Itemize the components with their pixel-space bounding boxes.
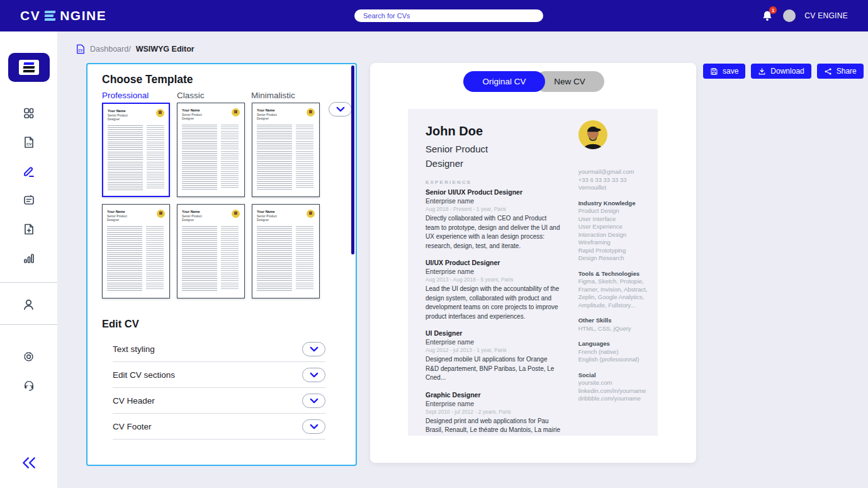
edit-row-label: CV Header <box>113 396 155 406</box>
experience-entry: Graphic DesignerEnterprise nameSept 2010… <box>426 391 562 436</box>
experience-entry: UI DesignerEnterprise nameAug 2012 - jul… <box>426 329 562 383</box>
sidebar-item-support[interactable] <box>21 378 37 393</box>
skills-section-title: Industry Knowledge <box>578 200 648 208</box>
cv-sheet: John Doe Senior ProductDesigner EXPERIEN… <box>408 109 658 436</box>
template-thumbnail[interactable]: Your NameSenior Product Designer <box>252 103 320 197</box>
sidebar-item-dashboard[interactable] <box>21 106 37 121</box>
panel-scrollbar[interactable] <box>351 65 354 254</box>
download-button[interactable]: Download <box>751 64 811 79</box>
svg-text:CV: CV <box>26 142 31 146</box>
expand-section-button[interactable] <box>302 394 325 408</box>
top-navbar: CVNGINE 1 CV ENGINE <box>0 0 868 31</box>
cv-photo-avatar <box>578 120 607 149</box>
svg-text:CV: CV <box>79 49 83 52</box>
experience-company: Enterprise name <box>426 268 562 276</box>
sidebar-item-analytics[interactable] <box>21 251 37 266</box>
notification-badge: 1 <box>769 6 777 14</box>
template-thumbnail[interactable]: Your NameSenior Product Designer <box>102 204 170 298</box>
experience-dates: Aug 2012 - jul 2013 - 1 year, Paris <box>426 347 562 354</box>
sidebar-item-new-cv[interactable] <box>21 222 37 237</box>
sidebar-collapse-button[interactable] <box>0 457 57 469</box>
sidebar-divider <box>0 324 57 325</box>
template-thumbnails: Your NameSenior Product DesignerYour Nam… <box>102 103 322 298</box>
headset-support-icon <box>22 378 36 392</box>
notifications-bell-icon[interactable]: 1 <box>760 9 774 23</box>
cv-contact-block: yourmail@gmail.com+33 6 33 33 33 33Verno… <box>578 168 648 192</box>
thumbnail-name: Your Name <box>182 210 203 213</box>
cv-file-icon: CV <box>76 44 85 54</box>
experience-role: UI Designer <box>426 329 562 338</box>
toggle-new-cv[interactable]: New CV <box>535 71 604 92</box>
sidebar-item-settings[interactable] <box>21 349 37 364</box>
thumbnail-name: Your Name <box>107 210 128 213</box>
breadcrumb: CV Dashboard/ WSIWYG Editor <box>76 44 194 54</box>
thumbnail-avatar <box>232 210 240 218</box>
template-tab-classic[interactable]: Classic <box>177 91 251 100</box>
sidebar-divider <box>0 282 57 283</box>
app-logo[interactable]: CVNGINE <box>20 8 106 23</box>
skills-line: Product Design <box>578 207 648 215</box>
skills-section-title: Other Skills <box>578 317 648 325</box>
experience-entry: Senior UI/UX Product DesignerEnterprise … <box>426 188 562 251</box>
sidebar-item-profile[interactable] <box>21 297 37 312</box>
experience-company: Enterprise name <box>426 400 562 408</box>
edit-cv-title: Edit CV <box>102 318 139 330</box>
template-tab-professional[interactable]: Professional <box>102 91 177 100</box>
expand-section-button[interactable] <box>302 419 325 434</box>
thumbnail-title: Senior Product Designer <box>182 113 203 122</box>
edit-row-cv-header[interactable]: CV Header <box>113 388 325 414</box>
template-thumbnail[interactable]: Your NameSenior Product Designer <box>177 103 245 197</box>
template-thumbnail[interactable]: Your NameSenior Product Designer <box>252 204 320 298</box>
edit-row-edit-cv-sections[interactable]: Edit CV sections <box>113 362 325 388</box>
experience-role: UI/UX Product Designer <box>426 259 562 267</box>
experience-description: Directly collaborated with CEO and Produ… <box>426 214 562 251</box>
expand-section-button[interactable] <box>302 368 325 382</box>
template-editor-panel: Choose Template ProfessionalClassicMinim… <box>86 63 357 466</box>
breadcrumb-section[interactable]: Dashboard/ <box>90 45 131 54</box>
choose-template-title: Choose Template <box>102 73 193 86</box>
share-button[interactable]: Share <box>817 64 864 79</box>
search-input[interactable] <box>354 9 543 22</box>
sidebar-item-cv-documents[interactable]: CV <box>21 135 37 150</box>
experience-company: Enterprise name <box>426 338 562 346</box>
expand-section-button[interactable] <box>302 342 325 356</box>
skills-line: Rapid Prototyping <box>578 247 648 255</box>
experience-description: Designed print and web applications for … <box>426 417 562 436</box>
sidebar-item-notes[interactable] <box>21 193 37 208</box>
edit-row-label: Text styling <box>113 344 155 354</box>
edit-cv-rows: Text stylingEdit CV sectionsCV HeaderCV … <box>113 336 325 440</box>
breadcrumb-page: WSIWYG Editor <box>136 45 194 54</box>
edit-row-cv-footer[interactable]: CV Footer <box>113 414 325 440</box>
experience-section-label: EXPERIENCE <box>426 179 562 185</box>
thumbnail-title: Senior Product Designer <box>182 215 203 223</box>
template-thumbnail[interactable]: Your NameSenior Product Designer <box>102 103 170 197</box>
cv-job-title: Senior ProductDesigner <box>426 142 562 171</box>
template-tab-minimalistic[interactable]: Minimalistic <box>251 91 295 100</box>
edit-row-text-styling[interactable]: Text styling <box>113 336 325 362</box>
skills-line: User Experience <box>578 223 648 231</box>
logo-e-icon <box>45 11 55 21</box>
top-actions: saveDownloadShare <box>703 64 864 79</box>
template-thumbnail[interactable]: Your NameSenior Product Designer <box>177 204 245 298</box>
experience-role: Senior UI/UX Product Designer <box>426 188 562 196</box>
skills-section-title: Tools & Technologies <box>578 270 648 278</box>
thumbnail-avatar <box>157 210 165 218</box>
sidebar-item-editor[interactable] <box>21 164 37 179</box>
skills-line: yoursite.com <box>578 379 648 387</box>
logo-text-cv: CV <box>20 8 40 23</box>
chevron-down-icon <box>310 372 318 378</box>
skills-line: HTML, CSS, jQuery <box>578 325 648 333</box>
skills-line: Wireframing <box>578 239 648 247</box>
template-collapse-button[interactable] <box>329 102 352 116</box>
toggle-original-cv[interactable]: Original CV <box>463 71 545 92</box>
contact-line: Vernouillet <box>578 184 648 192</box>
sidebar-brand-button[interactable] <box>8 53 50 82</box>
chevron-down-icon <box>310 398 318 404</box>
experience-dates: Sept 2010 - jul 2012 - 2 years, Paris <box>426 409 562 416</box>
save-button[interactable]: save <box>703 64 745 79</box>
search-bar <box>354 9 543 22</box>
user-avatar[interactable] <box>783 9 796 22</box>
experience-dates: Aug 2018 - Present - 1 year, Paris <box>426 206 562 213</box>
thumbnail-name: Your Name <box>182 108 203 112</box>
chevron-down-icon <box>310 346 318 352</box>
